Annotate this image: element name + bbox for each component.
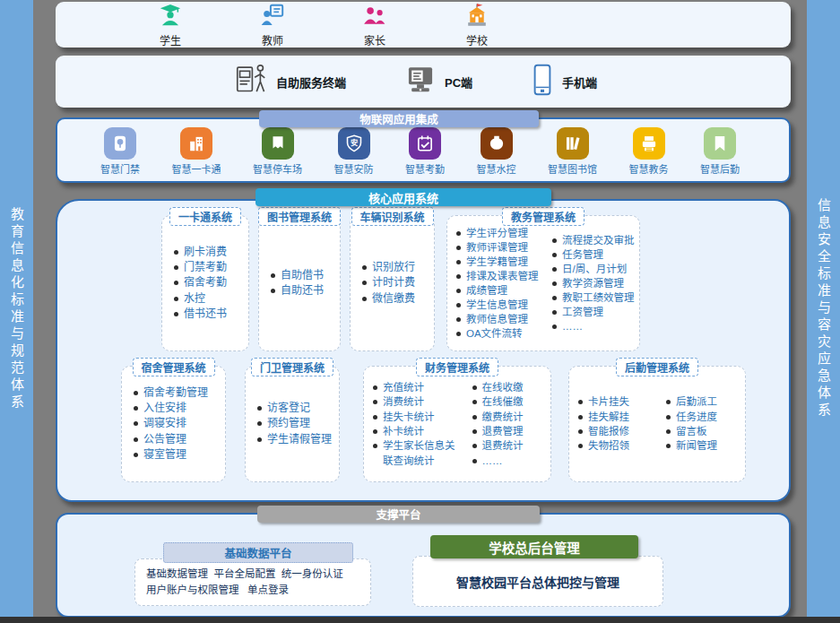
list-item: 教职工绩效管理 <box>552 290 639 305</box>
iot-item-label: 智慧教务 <box>629 161 669 176</box>
list-item: 充值统计 <box>373 380 463 394</box>
list-item: …… <box>472 454 550 468</box>
terminal-label: 自助服务终端 <box>276 74 346 91</box>
student-icon <box>157 3 184 31</box>
iot-item-label: 智慧停车场 <box>253 161 302 176</box>
user-role-label: 家长 <box>364 32 385 48</box>
feature-list: 识别放行计时计费微信缴费 <box>351 216 434 350</box>
support-platform-panel: 基础数据平台 基础数据管理 平台全局配置 统一身份认证 用户账户与权限管理 单点… <box>56 513 791 618</box>
parking-icon <box>262 127 294 160</box>
iot-item-library: 智慧图书馆 <box>548 127 597 176</box>
base-data-platform-header: 基础数据平台 <box>163 542 353 563</box>
list-item: 水控 <box>174 291 248 307</box>
list-item: 自助还书 <box>271 283 340 299</box>
onecard-icon <box>180 127 212 160</box>
user-role-teacher: 教师 <box>243 3 302 48</box>
list-item: 微信缴费 <box>362 291 434 307</box>
core-section-header: 核心应用系统 <box>255 188 551 206</box>
feature-list: 自助借书自助还书 <box>259 216 340 350</box>
system-box-title: 财务管理系统 <box>416 358 498 376</box>
list-item: 排课及课表管理 <box>456 269 543 283</box>
list-item: 计时计费 <box>362 275 434 290</box>
iot-item-academic-affairs: 智慧教务 <box>629 127 669 176</box>
list-item: OA文件流转 <box>456 326 543 341</box>
system-box-title: 教务管理系统 <box>502 207 585 226</box>
feature-list-col2: 后勤派工任务进度留言板新闻管理 <box>657 367 745 481</box>
list-item: 新闻管理 <box>666 438 745 453</box>
svg-text:安: 安 <box>350 138 357 147</box>
feature-list: 刷卡消费门禁考勤宿舍考勤水控借书还书 <box>162 216 248 350</box>
user-role-label: 学生 <box>160 32 181 48</box>
security-shield-icon: 安 <box>338 127 370 160</box>
iot-item-water-control: 智慧水控 <box>477 127 516 176</box>
list-item: 缴费统计 <box>472 410 550 424</box>
terminal-label: PC端 <box>445 74 472 91</box>
system-box-title: 门卫管理系统 <box>251 358 333 376</box>
right-standards-sidebar: 信息安全标准与容灾应急体系 <box>807 0 840 618</box>
iot-item-label: 智慧水控 <box>477 161 516 176</box>
system-box-title: 图书管理系统 <box>258 207 341 226</box>
list-item: 留言板 <box>666 424 745 438</box>
list-item: 识别放行 <box>362 260 434 275</box>
system-box-dormitory: 宿舍管理系统 宿舍考勤管理入住安排调寝安排公告管理寝室管理 <box>121 366 226 482</box>
list-item: 公告管理 <box>134 432 225 447</box>
mobile-phone-icon <box>532 64 553 100</box>
list-item: 后勤派工 <box>666 394 745 409</box>
iot-item-label: 智慧考勤 <box>405 161 445 176</box>
water-control-icon <box>481 127 513 160</box>
list-item: 在线催缴 <box>472 394 550 409</box>
iot-item-attendance: 智慧考勤 <box>405 127 445 176</box>
feature-list-col2: 流程提交及审批任务管理日/周、月计划教学资源管理教职工绩效管理工资管理…… <box>543 216 639 350</box>
user-role-school: 学校 <box>447 3 507 48</box>
list-item: 消费统计 <box>373 394 463 409</box>
iot-section-header: 物联网应用集成 <box>259 110 539 127</box>
list-item: 学生评分管理 <box>456 226 543 240</box>
iot-item-label: 智慧门禁 <box>100 161 140 176</box>
terminal-mobile: 手机端 <box>532 64 597 100</box>
school-admin-header: 学校总后台管理 <box>430 535 638 558</box>
core-systems-panel: 一卡通系统 刷卡消费门禁考勤宿舍考勤水控借书还书 图书管理系统 自助借书自助还书… <box>56 199 791 502</box>
terminal-pc: PC端 <box>405 65 472 99</box>
list-item: 学生请假管理 <box>257 432 339 447</box>
list-item: 挂失解挂 <box>578 410 657 424</box>
list-item: 任务进度 <box>666 410 745 424</box>
user-role-parent: 家长 <box>345 3 404 48</box>
system-box-gate-guard: 门卫管理系统 访客登记预约管理学生请假管理 <box>245 366 340 482</box>
list-item: 成绩管理 <box>456 283 543 298</box>
list-item: 门禁考勤 <box>174 260 248 275</box>
iot-item-parking: 智慧停车场 <box>253 127 302 176</box>
list-item: 预约管理 <box>257 416 339 431</box>
user-roles-panel: 学生 教师 家长 <box>56 2 791 48</box>
list-item: 退费统计 <box>472 438 550 453</box>
list-item: 自助借书 <box>271 268 340 283</box>
system-box-academic: 教务管理系统 学生评分管理教师评课管理学生学籍管理排课及课表管理成绩管理学生信息… <box>446 215 640 351</box>
feature-list: 访客登记预约管理学生请假管理 <box>246 367 339 481</box>
iot-item-label: 智慧后勤 <box>700 161 740 176</box>
smart-campus-architecture-diagram: 教育信息化标准与规范体系 信息安全标准与容灾应急体系 学生 <box>0 0 840 623</box>
iot-item-label: 智慧图书馆 <box>548 161 597 176</box>
pc-icon <box>405 65 436 99</box>
list-item: 入住安排 <box>134 401 225 416</box>
list-item: 流程提交及审批 <box>552 233 639 247</box>
bottom-edge-strip <box>0 617 840 623</box>
list-item: 学生学籍管理 <box>456 255 543 269</box>
iot-item-logistics: 智慧后勤 <box>700 127 740 176</box>
list-item: 学生信息管理 <box>456 298 543 312</box>
school-icon <box>463 3 490 31</box>
system-box-logistics: 后勤管理系统 卡片挂失挂失解挂智能报修失物招领 后勤派工任务进度留言板新闻管理 <box>568 366 746 482</box>
list-item: 调寝安排 <box>134 416 225 431</box>
list-item: 日/周、月计划 <box>552 262 639 276</box>
base-data-platform-box: 基础数据管理 平台全局配置 统一身份认证 用户账户与权限管理 单点登录 <box>134 558 371 606</box>
iot-item-security: 安 智慧安防 <box>334 127 374 176</box>
list-item: 退费管理 <box>472 424 550 438</box>
school-admin-content: 智慧校园平台总体把控与管理 <box>456 573 619 591</box>
list-item: 教师评课管理 <box>456 240 543 255</box>
list-item: 智能报修 <box>578 424 657 438</box>
base-platform-line: 用户账户与权限管理 单点登录 <box>146 583 370 599</box>
logistics-bookmark-icon <box>704 127 736 160</box>
list-item: 宿舍考勤管理 <box>134 385 225 401</box>
list-item: 借书还书 <box>174 307 248 322</box>
left-sidebar-label: 教育信息化标准与规范体系 <box>7 207 26 411</box>
list-item: 寝室管理 <box>134 447 225 463</box>
list-item: 宿舍考勤 <box>174 275 248 290</box>
